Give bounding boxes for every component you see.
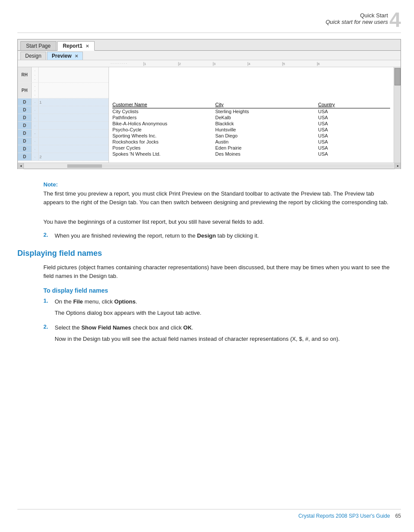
scroll-left-btn[interactable]: ◂: [18, 163, 24, 169]
detail-label-3: D: [18, 122, 32, 129]
detail-dots-7: ·: [32, 153, 39, 160]
tab-bar: Start Page Report1 ✕: [18, 39, 401, 51]
sub-heading-display-field-names: To display field names: [17, 287, 401, 294]
detail-dots-2: ·: [32, 114, 39, 121]
file-bold: File: [73, 298, 83, 305]
detail-num-1: [39, 106, 40, 114]
detail-dots-6: ·: [32, 145, 39, 153]
detail-num-0: 1: [39, 98, 43, 106]
cell-country-4: USA: [318, 133, 390, 138]
detail-num-3: [39, 122, 40, 129]
detail-label-0: D: [18, 98, 32, 106]
step-1-num: 1.: [43, 297, 51, 317]
report-body: RH ··· PH ··· D ·: [18, 67, 401, 163]
report-column-headers: Customer Name City Country: [112, 100, 390, 108]
ruler-mark-1: 1: [143, 62, 178, 66]
ruler-marks: · · · · · · · · · 1 2 3 4 5 6: [109, 62, 352, 66]
cell-city-0: Sterling Heights: [215, 109, 318, 114]
detail-num-7: 2: [39, 153, 43, 160]
note-text: The first time you preview a report, you…: [43, 189, 394, 206]
col-header-city: City: [215, 102, 318, 107]
ruler-mark-5: 5: [282, 62, 317, 66]
section-dots-ph: ···: [32, 83, 39, 98]
cell-country-1: USA: [318, 115, 390, 120]
sub-tab-bar: Design Preview ✕: [18, 51, 401, 60]
report-data-area: Customer Name City Country City Cyclists…: [109, 67, 401, 163]
section-rh: RH ···: [18, 67, 108, 83]
cell-customer-1: Pathfinders: [112, 115, 215, 120]
section-num-rh: [39, 67, 40, 82]
sub-tab-design[interactable]: Design: [20, 52, 46, 60]
section-body-text: Field pictures (object frames containing…: [17, 263, 401, 281]
detail-row-2: D ·: [18, 114, 108, 122]
main-content: Start Page Report1 ✕ Design Preview ✕ · …: [17, 39, 401, 349]
section-num-ph: [39, 83, 40, 98]
step-1-note: The Options dialog box appears with the …: [55, 309, 401, 317]
detail-num-6: [39, 145, 40, 153]
ruler-mark-3: 3: [213, 62, 247, 66]
header-title: Quick Start: [325, 12, 388, 19]
cell-customer-4: Sporting Wheels Inc.: [112, 133, 215, 138]
step-2b-note: Now in the Design tab you will see the a…: [55, 335, 401, 343]
detail-num-5: [39, 137, 40, 145]
step-1-file-menu: 1. On the File menu, click Options. The …: [17, 297, 401, 317]
body-text-beginnings: You have the beginnings of a customer li…: [17, 218, 401, 226]
scroll-right-btn[interactable]: ▸: [394, 163, 401, 169]
detail-label-1: D: [18, 106, 32, 114]
cell-customer-5: Rockshocks for Jocks: [112, 139, 215, 144]
detail-row-0: D · 1: [18, 98, 108, 106]
h-scroll-thumb[interactable]: [67, 164, 102, 168]
cell-city-2: Blacklick: [215, 121, 318, 126]
ruler-mark-4: 4: [247, 62, 282, 66]
section-heading-displaying: Displaying field names: [17, 249, 401, 258]
cell-city-4: San Diego: [215, 133, 318, 138]
cell-city-1: DeKalb: [215, 115, 318, 120]
show-field-names-bold: Show Field Names: [81, 324, 131, 331]
cell-country-7: USA: [318, 151, 390, 157]
design-bold: Design: [197, 232, 216, 239]
cell-customer-6: Poser Cycles: [112, 145, 215, 150]
footer-link[interactable]: Crystal Reports 2008 SP3 User's Guide: [299, 513, 390, 519]
section-dots-rh: ···: [32, 67, 39, 82]
detail-num-4: [39, 130, 40, 137]
detail-row-4: D -: [18, 130, 108, 137]
tab-start-page[interactable]: Start Page: [20, 41, 56, 50]
header-divider: [17, 33, 401, 33]
horizontal-scrollbar[interactable]: ◂ ▸: [18, 163, 401, 169]
step-2-num: 2.: [43, 232, 51, 240]
step-2b-num: 2.: [43, 323, 51, 343]
vertical-scrollbar[interactable]: [394, 67, 401, 163]
cell-country-5: USA: [318, 139, 390, 144]
preview-tab-close-icon[interactable]: ✕: [75, 54, 78, 59]
detail-num-2: [39, 114, 40, 121]
cell-city-7: Des Moines: [215, 151, 318, 157]
chapter-number: 4: [389, 10, 401, 30]
table-row: Psycho-Cycle Huntsville USA: [112, 127, 390, 133]
detail-row-6: D ·: [18, 145, 108, 153]
footer-page-number: 65: [395, 513, 401, 519]
note-title: Note:: [43, 181, 394, 188]
sub-tab-preview[interactable]: Preview ✕: [47, 52, 83, 60]
scrollbar-thumb[interactable]: [394, 68, 401, 85]
header-subtitle: Quick start for new users: [325, 19, 388, 25]
cell-country-6: USA: [318, 145, 390, 150]
detail-row-1: D ·: [18, 106, 108, 114]
table-row: City Cyclists Sterling Heights USA: [112, 108, 390, 114]
tab-close-icon[interactable]: ✕: [85, 44, 89, 49]
detail-dots-4: -: [32, 130, 39, 137]
ruler-mark-6: 6: [317, 62, 352, 66]
report-table: Customer Name City Country City Cyclists…: [109, 67, 394, 159]
ruler: · · · · · · · · · 1 2 3 4 5 6: [18, 60, 401, 67]
detail-label-2: D: [18, 114, 32, 121]
h-scroll-track: [102, 164, 394, 168]
table-row: Spokes 'N Wheels Ltd. Des Moines USA: [112, 151, 390, 157]
detail-dots-1: ·: [32, 106, 39, 114]
detail-label-7: D: [18, 153, 32, 160]
col-header-country: Country: [318, 102, 390, 107]
detail-row-3: D ·: [18, 122, 108, 130]
note-box: Note: The first time you preview a repor…: [17, 177, 401, 211]
section-label-rh: RH: [18, 67, 32, 82]
cell-city-5: Austin: [215, 139, 318, 144]
cell-customer-0: City Cyclists: [112, 109, 215, 114]
tab-report1[interactable]: Report1 ✕: [57, 41, 95, 51]
